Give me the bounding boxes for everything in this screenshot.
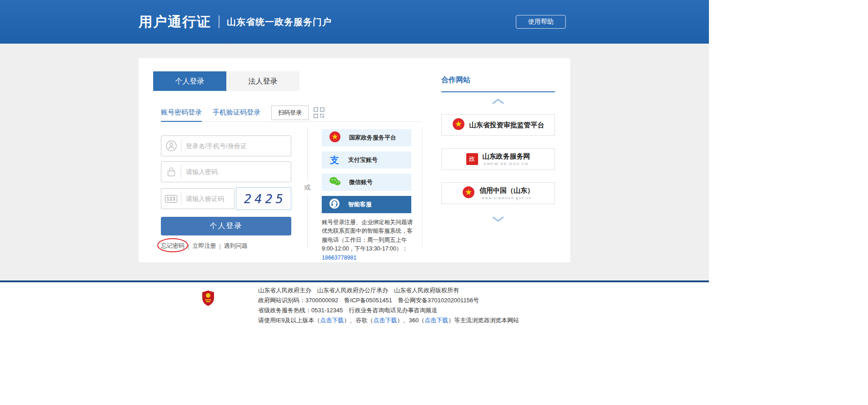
form-links: 忘记密码 | 立即注册 | 遇到问题 (161, 242, 291, 250)
captcha-input[interactable] (181, 195, 234, 202)
captcha-row: 123 2425 (161, 187, 291, 210)
footer: 山东省人民政府主办 山东省人民政府办公厅承办 山东省人民政府版权所有 政府网站识… (0, 280, 709, 330)
link-separator: | (188, 243, 189, 250)
chevron-down-icon[interactable] (441, 216, 555, 222)
lock-icon (161, 165, 181, 178)
link-separator: | (219, 243, 220, 250)
sidebar-divider (422, 127, 423, 248)
user-icon (161, 140, 181, 152)
main-area: 个人登录 法人登录 账号密码登录 手机验证码登录 扫码登录 (0, 44, 709, 280)
help-button[interactable]: 使用帮助 (516, 15, 566, 29)
service-phone-link[interactable]: 18663778981 (322, 255, 356, 261)
trouble-link[interactable]: 遇到问题 (224, 242, 248, 250)
third-party-alipay[interactable]: 支 支付宝账号 (322, 151, 411, 169)
captcha-image[interactable]: 2425 (236, 187, 291, 210)
login-card: 个人登录 法人登录 账号密码登录 手机验证码登录 扫码登录 (139, 58, 570, 262)
partner-zwfw[interactable]: 政 山东政务服务网 ZWFW.SD.GOV.CN (441, 148, 555, 170)
or-label: 或 (304, 181, 311, 195)
partner-domain: www.creditsd.gov.cn (482, 196, 532, 200)
emblem-icon (452, 118, 465, 132)
captcha-icon: 123 (161, 192, 181, 205)
forgot-password-wrap: 忘记密码 (161, 242, 185, 250)
zwfw-logo-icon: 政 (466, 153, 478, 165)
login-method-tabs: 账号密码登录 手机验证码登录 扫码登录 (161, 104, 422, 122)
brand-divider (219, 15, 219, 28)
password-row (161, 161, 291, 182)
footer-line-sponsor: 山东省人民政府主办 山东省人民政府办公厅承办 山东省人民政府版权所有 (258, 285, 519, 295)
qr-code-icon[interactable] (313, 107, 325, 119)
download-360-link[interactable]: 点击下载 (424, 317, 448, 324)
third-party-login: 国家政务服务平台 支 支付宝账号 (322, 129, 411, 262)
page-subtitle: 山东省统一政务服务门户 (227, 16, 332, 28)
method-password-login[interactable]: 账号密码登录 (161, 104, 202, 121)
partner-sites: 合作网站 山东省投资审批监管平台 政 山东 (441, 72, 555, 222)
login-form: 123 2425 个人登录 忘记密码 | 立即注册 | 遇到问题 (161, 135, 291, 250)
download-ie-link[interactable]: 点击下载 (320, 317, 344, 324)
tab-personal-login[interactable]: 个人登录 (153, 71, 226, 91)
national-emblem-icon (329, 131, 341, 145)
password-input[interactable] (181, 168, 291, 175)
partner-sites-title: 合作网站 (441, 72, 555, 92)
personal-login-button[interactable]: 个人登录 (161, 217, 291, 235)
header-bar: 用户通行证 山东省统一政务服务门户 使用帮助 (0, 0, 709, 44)
service-note: 账号登录注册、企业绑定相关问题请优先联系页面中的智能客服系统，客服电话（工作日：… (322, 218, 413, 262)
username-row (161, 135, 291, 156)
customer-service-icon (329, 198, 340, 211)
gov-badge-icon (201, 290, 215, 308)
login-type-tabs: 个人登录 法人登录 (153, 71, 299, 91)
username-input[interactable] (181, 142, 291, 150)
method-sms-login[interactable]: 手机验证码登录 (213, 104, 260, 121)
captcha-input-row: 123 (161, 188, 234, 209)
footer-line-hotline: 省级政务服务热线：0531-12345 行政业务咨询电话见办事咨询频道 (258, 305, 519, 315)
partner-investment-platform[interactable]: 山东省投资审批监管平台 (441, 114, 555, 136)
forgot-password-link[interactable]: 忘记密码 (161, 242, 185, 249)
third-party-wechat[interactable]: 微信账号 (322, 174, 411, 191)
method-scan-login[interactable]: 扫码登录 (271, 105, 309, 120)
third-party-smart-service[interactable]: 智能客服 (322, 196, 411, 213)
partner-domain: ZWFW.SD.GOV.CN (484, 162, 529, 166)
footer-text: 山东省人民政府主办 山东省人民政府办公厅承办 山东省人民政府版权所有 政府网站识… (258, 285, 519, 325)
alipay-icon: 支 (329, 154, 340, 166)
page: 用户通行证 山东省统一政务服务门户 使用帮助 个人登录 法人登录 账号密码登录 … (0, 0, 709, 330)
partner-credit-china[interactable]: 信用中国（山东） www.creditsd.gov.cn (441, 182, 555, 204)
brand: 用户通行证 山东省统一政务服务门户 (139, 13, 332, 31)
download-chrome-link[interactable]: 点击下载 (374, 317, 397, 324)
or-divider: 或 (307, 127, 308, 248)
chevron-up-icon[interactable] (441, 99, 555, 104)
footer-line-browser: 请使用IE9及以上版本（点击下载）、谷歌（点击下载）、360（点击下载）等主流浏… (258, 315, 519, 325)
emblem-icon (462, 186, 475, 200)
page-title: 用户通行证 (139, 13, 211, 31)
third-party-national-platform[interactable]: 国家政务服务平台 (322, 129, 411, 146)
wechat-icon (329, 176, 341, 188)
footer-line-id: 政府网站识别码：3700000092 鲁ICP备05051451 鲁公网安备37… (258, 295, 519, 305)
register-link[interactable]: 立即注册 (192, 242, 216, 250)
tab-corporate-login[interactable]: 法人登录 (226, 71, 299, 91)
